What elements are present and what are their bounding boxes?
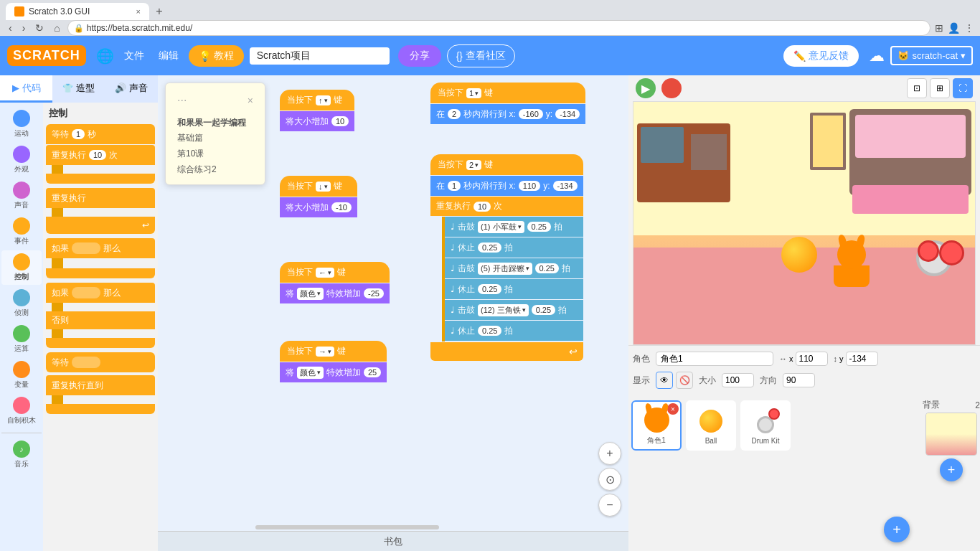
tab-code[interactable]: ▶ 代码: [0, 75, 52, 103]
key-dropdown-left[interactable]: ←: [316, 268, 334, 278]
hat-left-key[interactable]: 当按下 ← 键: [280, 262, 390, 283]
backdrop-card[interactable]: [925, 413, 977, 456]
block-forever[interactable]: 重复执行: [46, 188, 155, 208]
project-name-input[interactable]: [250, 47, 390, 65]
save-cloud-button[interactable]: ☁: [869, 47, 885, 65]
stop-button[interactable]: [661, 78, 682, 98]
address-bar[interactable]: 🔒 https://beta.scratch.mit.edu/: [67, 20, 930, 36]
block-color-effect-left[interactable]: 将 颜色 特效增加 -25: [280, 283, 390, 303]
effect-dropdown-right[interactable]: 颜色: [297, 367, 324, 379]
block-set-size-down[interactable]: 将大小增加 -10: [280, 197, 357, 217]
block-glide-2[interactable]: 在 1 秒内滑行到 x: 110 y: -134: [430, 176, 583, 196]
drum-dropdown-1[interactable]: (1) 小军鼓: [478, 221, 524, 233]
sprite-name-input[interactable]: [656, 352, 773, 366]
add-backdrop-button[interactable]: +: [940, 458, 963, 481]
stage-large-button[interactable]: ⊞: [930, 78, 950, 98]
category-looks[interactable]: 外观: [1, 143, 42, 177]
green-flag-button[interactable]: ▶: [636, 78, 656, 98]
key-dropdown-right[interactable]: →: [316, 347, 334, 357]
edit-menu[interactable]: 编辑: [154, 47, 183, 65]
hat-key2[interactable]: 当按下 2 键: [430, 154, 583, 175]
block-set-size-up[interactable]: 将大小增加 10: [280, 111, 354, 131]
community-button[interactable]: {} 查看社区: [447, 44, 515, 67]
sprite-card-3[interactable]: Drum Kit: [740, 400, 791, 451]
block-rest-3[interactable]: ♩ 休止 0.25 拍: [445, 321, 583, 341]
horizontal-scrollbar[interactable]: [158, 524, 628, 531]
stage-fullscreen-button[interactable]: ⛶: [953, 78, 973, 98]
home-button[interactable]: ⌂: [51, 22, 62, 34]
profile-button[interactable]: 👤: [948, 22, 960, 34]
block-drum-3[interactable]: ♩ 击鼓 (12) 三角铁 0.25 拍: [445, 300, 583, 320]
drum-dropdown-2[interactable]: (5) 开击踩镲: [478, 263, 532, 275]
block-drum-2[interactable]: ♩ 击鼓 (5) 开击踩镲 0.25 拍: [445, 258, 583, 278]
hat-down-key[interactable]: 当按下 ↓ 键: [280, 176, 357, 197]
more-button[interactable]: ⋮: [964, 22, 974, 34]
share-button[interactable]: 分享: [398, 45, 441, 67]
block-rest-2[interactable]: ♩ 休止 0.25 拍: [445, 279, 583, 299]
zoom-out-button[interactable]: −: [598, 494, 621, 517]
script-canvas[interactable]: ··· × 和果果一起学编程 基础篇 第10课 综合练习2 当按下 ↑ 键: [158, 75, 628, 524]
block-if-else[interactable]: 如果 那么: [46, 283, 155, 303]
key-dropdown-up[interactable]: ↑: [316, 95, 331, 105]
tab-close-button[interactable]: ×: [136, 7, 141, 16]
sprite-delete-button-1[interactable]: ×: [667, 403, 679, 415]
hat-right-key[interactable]: 当按下 → 键: [280, 341, 387, 362]
sprite-card-2[interactable]: Ball: [686, 400, 736, 451]
tab-costume[interactable]: 👕 造型: [52, 75, 105, 103]
block-wait[interactable]: 等待 1 秒: [46, 124, 155, 144]
size-input[interactable]: [722, 373, 754, 387]
block-repeat[interactable]: 重复执行 10 次: [46, 145, 155, 165]
category-sensing[interactable]: 侦测: [1, 286, 42, 321]
category-sound[interactable]: 声音: [1, 179, 42, 213]
forward-button[interactable]: ›: [19, 22, 29, 34]
user-menu[interactable]: 🐱 scratch-cat ▾: [890, 46, 973, 65]
refresh-button[interactable]: ↻: [32, 22, 47, 34]
hide-eye-button[interactable]: 🚫: [676, 372, 693, 389]
category-myblocks[interactable]: 自制积木: [1, 394, 42, 428]
block-glide-1[interactable]: 在 2 秒内滑行到 x: -160 y: -134: [430, 104, 585, 124]
sprite-card-1[interactable]: × 角色1: [631, 400, 682, 451]
stage-canvas: [633, 101, 976, 345]
block-drum-1[interactable]: ♩ 击鼓 (1) 小军鼓 0.25 拍: [445, 217, 583, 237]
tutorial-button[interactable]: 💡 教程: [189, 45, 244, 67]
script-footer: 书包: [158, 531, 628, 551]
key-dropdown-1[interactable]: 1: [466, 88, 481, 98]
hat-key1[interactable]: 当按下 1 键: [430, 83, 585, 103]
key-dropdown-down[interactable]: ↓: [316, 182, 331, 192]
active-tab[interactable]: Scratch 3.0 GUI ×: [6, 3, 149, 20]
zoom-reset-button[interactable]: ⊙: [598, 468, 621, 491]
category-events[interactable]: 事件: [1, 215, 42, 249]
category-music[interactable]: ♪ 音乐: [1, 438, 42, 472]
add-sprite-button[interactable]: +: [884, 517, 910, 542]
direction-input[interactable]: [783, 373, 815, 387]
category-operators[interactable]: 运算: [1, 322, 42, 357]
show-eye-button[interactable]: 👁: [656, 372, 673, 389]
effect-dropdown-left[interactable]: 颜色: [297, 288, 324, 300]
zoom-in-button[interactable]: +: [598, 442, 621, 465]
extensions-button[interactable]: ⊞: [935, 22, 943, 34]
stage-normal-button[interactable]: ⊡: [907, 78, 927, 98]
hat-up-key[interactable]: 当按下 ↑ 键: [280, 90, 354, 110]
feedback-button[interactable]: ✏️ 意见反馈: [783, 45, 859, 67]
block-if[interactable]: 如果 那么: [46, 238, 155, 258]
block-color-effect-right[interactable]: 将 颜色 特效增加 25: [280, 362, 387, 382]
globe-button[interactable]: 🌐: [96, 47, 114, 65]
key-dropdown-2[interactable]: 2: [466, 160, 481, 170]
y-coord-input[interactable]: [846, 352, 878, 366]
category-control[interactable]: 控制: [1, 250, 42, 285]
block-repeat-until[interactable]: 重复执行直到: [46, 375, 155, 395]
drum-dropdown-3[interactable]: (12) 三角铁: [478, 304, 529, 316]
scratch-header: SCRATCH 🌐 文件 编辑 💡 教程 分享 {} 查看社区 ✏️ 意见反馈 …: [0, 36, 980, 75]
category-variables[interactable]: 变量: [1, 358, 42, 392]
sound-tab-label: 声音: [129, 82, 148, 95]
block-wait-until[interactable]: 等待: [46, 352, 155, 372]
tab-sound[interactable]: 🔊 声音: [105, 75, 158, 103]
category-motion[interactable]: 运动: [1, 107, 42, 141]
file-menu[interactable]: 文件: [120, 47, 149, 65]
block-rest-1[interactable]: ♩ 休止 0.25 拍: [445, 237, 583, 258]
x-coord-input[interactable]: [796, 352, 828, 366]
new-tab-button[interactable]: +: [149, 3, 169, 20]
popup-close-button[interactable]: ×: [248, 92, 253, 110]
back-button[interactable]: ‹: [6, 22, 15, 34]
block-repeat-music[interactable]: 重复执行 10 次: [430, 197, 583, 216]
